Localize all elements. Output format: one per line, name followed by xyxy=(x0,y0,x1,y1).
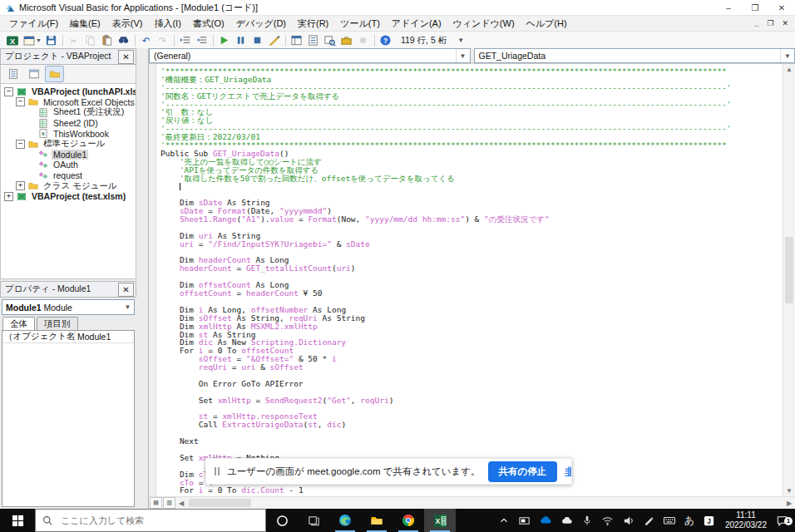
tree-item-label[interactable]: request xyxy=(52,170,84,180)
toolbar-run-button[interactable] xyxy=(216,32,233,48)
toolbar-redo-button[interactable]: ↷ xyxy=(155,32,171,48)
toolbar-find-button[interactable] xyxy=(116,32,132,48)
project-toolbar-toggle-folders-button[interactable] xyxy=(45,66,64,82)
tree-item-label[interactable]: 標準モジュール xyxy=(42,138,106,150)
menu-item[interactable]: 実行(R) xyxy=(292,17,334,30)
taskbar-excel-task[interactable]: X xyxy=(424,509,456,532)
tree-row[interactable]: −Microsoft Excel Objects xyxy=(1,97,136,108)
tray-chevron-up[interactable] xyxy=(494,509,514,532)
split-view-button[interactable]: ▤ xyxy=(150,497,162,509)
toolbar-break-button[interactable] xyxy=(233,32,249,48)
tray-cloud[interactable] xyxy=(556,509,577,532)
scroll-right-arrow[interactable]: ▶ xyxy=(783,500,795,507)
tray-volume[interactable] xyxy=(618,509,639,532)
chevron-down-icon[interactable]: ▼ xyxy=(36,37,42,43)
toolbar-save-button[interactable] xyxy=(43,32,60,48)
scroll-down-arrow[interactable]: ▼ xyxy=(783,487,795,495)
taskbar-cortana[interactable] xyxy=(266,509,298,532)
menu-item[interactable]: デバッグ(D) xyxy=(230,17,292,30)
tree-row[interactable]: +VBAProject (test.xlsm) xyxy=(1,191,136,202)
menu-item[interactable]: 書式(O) xyxy=(187,17,230,30)
toolbar-indent-button[interactable] xyxy=(177,32,194,48)
toolbar-copy-button[interactable] xyxy=(82,32,99,48)
full-view-button[interactable]: ▥ xyxy=(163,497,175,509)
panel-splitter[interactable] xyxy=(136,48,148,509)
menu-item[interactable]: 表示(V) xyxy=(106,17,149,30)
tree-item-label[interactable]: VBAProject (test.xlsm) xyxy=(30,191,127,201)
tree-item-label[interactable]: ThisWorkbook xyxy=(52,129,111,139)
tree-row[interactable]: −標準モジュール xyxy=(1,139,136,150)
menu-item[interactable]: 編集(E) xyxy=(64,17,106,30)
vertical-scroll-thumb[interactable] xyxy=(785,237,793,303)
notification-center-button[interactable]: 1 xyxy=(773,515,795,527)
menu-item[interactable]: ヘルプ(H) xyxy=(521,17,573,30)
stop-sharing-button[interactable]: 共有の停止 xyxy=(488,461,558,482)
project-toolbar-view-object-button[interactable] xyxy=(24,66,43,82)
toolbar-project-explorer-button[interactable] xyxy=(289,32,305,48)
horizontal-scroll-thumb[interactable] xyxy=(189,499,251,507)
taskbar-task-view[interactable] xyxy=(298,509,329,532)
tree-row[interactable]: −VBAProject (lunchAPI.xlsm) xyxy=(1,86,136,97)
tree-row[interactable]: Sheet2 (ID) xyxy=(1,118,136,129)
toolbar-overflow-chevron[interactable]: ▼ xyxy=(455,37,467,44)
taskbar-edge[interactable] xyxy=(329,509,361,532)
menu-item[interactable]: アドイン(A) xyxy=(386,17,447,30)
menu-item[interactable]: ツール(T) xyxy=(334,17,386,30)
tree-item-label[interactable]: Sheet1 (受注状況) xyxy=(52,106,126,118)
close-button[interactable]: ✕ xyxy=(768,0,795,15)
collapse-icon[interactable]: − xyxy=(16,140,25,149)
minimize-button[interactable]: – xyxy=(715,0,742,15)
start-button[interactable] xyxy=(0,509,35,532)
collapse-icon[interactable]: − xyxy=(16,97,25,106)
toolbar-help-button[interactable]: ? xyxy=(378,32,394,48)
toolbar-paste-button[interactable] xyxy=(99,32,116,48)
tree-item-label[interactable]: クラス モジュール xyxy=(42,180,119,192)
collapse-icon[interactable]: − xyxy=(4,87,13,96)
search-input[interactable] xyxy=(59,515,259,526)
tray-display[interactable] xyxy=(514,509,535,532)
scroll-up-arrow[interactable]: ▲ xyxy=(783,66,795,73)
tree-item-label[interactable]: VBAProject (lunchAPI.xlsm) xyxy=(30,86,136,96)
taskbar-chrome[interactable] xyxy=(393,509,424,532)
code-margin-bar[interactable] xyxy=(149,64,156,496)
tray-wifi[interactable] xyxy=(597,509,618,532)
tray-keyboard[interactable] xyxy=(659,509,680,532)
scroll-left-arrow[interactable]: ◀ xyxy=(175,500,187,507)
tree-item-label[interactable]: Module1 xyxy=(52,150,88,160)
tray-mic[interactable] xyxy=(577,509,597,532)
toolbar-toolbox-button[interactable] xyxy=(338,32,355,48)
menu-item[interactable]: ウィンドウ(W) xyxy=(447,17,521,30)
vertical-scrollbar[interactable]: ▲ ▼ xyxy=(783,64,795,496)
project-toolbar-view-code-button[interactable] xyxy=(3,66,22,82)
taskbar-clock[interactable]: 11:11 2022/03/22 xyxy=(719,510,773,530)
horizontal-scrollbar[interactable]: ▤ ▥ ◀ ▶ xyxy=(149,496,795,509)
taskbar-explorer[interactable] xyxy=(361,509,393,532)
toolbar-design-mode-button[interactable] xyxy=(266,32,283,48)
procedure-combo[interactable]: GET_UriageData ▼ xyxy=(474,48,795,63)
property-value[interactable]: Module1 xyxy=(75,332,134,342)
mdi-minimize-button[interactable]: _ xyxy=(754,19,758,27)
tree-item-label[interactable]: Microsoft Excel Objects xyxy=(42,97,136,107)
object-combo[interactable]: (General) ▼ xyxy=(149,48,471,63)
toolbar-cut-button[interactable]: ✂ xyxy=(66,32,82,48)
properties-object-selector[interactable]: Module1 Module ▼ xyxy=(2,299,135,315)
toolbar-reset-button[interactable] xyxy=(249,32,266,48)
tray-onedrive[interactable] xyxy=(535,509,556,532)
tree-row[interactable]: XThisWorkbook xyxy=(1,128,136,139)
expand-icon[interactable]: + xyxy=(4,192,13,201)
hide-banner-link[interactable]: 非表示にする xyxy=(565,466,572,478)
property-row[interactable]: （オブジェクト名）Module1 xyxy=(2,331,134,343)
project-panel-close-button[interactable]: ✕ xyxy=(118,50,134,64)
toolbar-undo-button[interactable]: ↶ xyxy=(138,32,155,48)
tree-item-label[interactable]: OAuth xyxy=(52,160,80,170)
code-content[interactable]: '***************************************… xyxy=(156,64,783,496)
toolbar-properties-window-button[interactable] xyxy=(305,32,322,48)
tree-item-label[interactable]: Sheet2 (ID) xyxy=(52,118,100,128)
tree-row[interactable]: Sheet1 (受注状況) xyxy=(1,107,136,118)
toolbar-excel-button[interactable]: X xyxy=(4,32,21,48)
toolbar-outdent-button[interactable] xyxy=(194,32,210,48)
tab-項目別[interactable]: 項目別 xyxy=(37,317,78,330)
properties-panel-close-button[interactable]: ✕ xyxy=(118,283,134,297)
toolbar-intellisense-button[interactable] xyxy=(355,32,372,48)
toolbar-object-browser-button[interactable] xyxy=(322,32,338,48)
